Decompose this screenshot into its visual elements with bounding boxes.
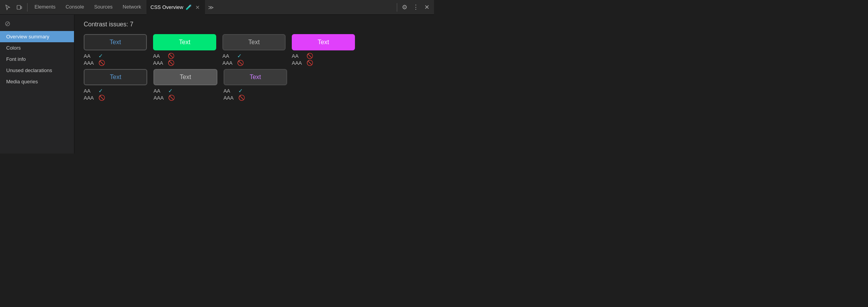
dots-btn[interactable]: ⋮: [410, 2, 421, 12]
tab-elements[interactable]: Elements: [30, 0, 60, 15]
tab-elements-label: Elements: [34, 4, 55, 10]
contrast-grid-row2: Text AA ✓ AAA 🚫 Text AA: [84, 69, 287, 101]
sidebar-item-colors[interactable]: Colors: [0, 42, 74, 53]
sidebar: ⊘ Overview summary Colors Font info Unus…: [0, 15, 74, 154]
contrast-item-7: Text AA ✓ AAA 🚫: [224, 69, 287, 101]
device-icon-btn[interactable]: [14, 3, 25, 12]
contrast-btn-2[interactable]: Text: [153, 34, 216, 50]
aaa-label-6: AAA: [153, 95, 165, 101]
status-row-aaa-5: AAA 🚫: [84, 95, 147, 101]
aaa-fail-icon-7: 🚫: [238, 95, 245, 101]
aaa-fail-icon-6: 🚫: [168, 95, 175, 101]
status-row-aaa-2: AAA 🚫: [153, 60, 216, 66]
toolbar-divider-2: [397, 3, 397, 12]
status-row-aaa-1: AAA 🚫: [84, 60, 147, 66]
status-row-aaa-6: AAA 🚫: [153, 95, 217, 101]
aaa-label-2: AAA: [153, 60, 165, 66]
aaa-label-5: AAA: [84, 95, 95, 101]
toolbar-divider-1: [27, 3, 28, 12]
tab-css-overview[interactable]: CSS Overview 🧪 ✕: [146, 0, 205, 15]
contrast-btn-3[interactable]: Text: [222, 34, 286, 50]
close-css-tab-btn[interactable]: ✕: [194, 4, 201, 11]
aa-pass-icon-6: ✓: [168, 88, 173, 94]
aa-label-5: AA: [84, 88, 95, 94]
contrast-btn-4[interactable]: Text: [292, 34, 355, 50]
main-layout: ⊘ Overview summary Colors Font info Unus…: [0, 15, 434, 154]
status-rows-4: AA 🚫 AAA 🚫: [292, 53, 355, 66]
sidebar-ban-row: ⊘: [0, 18, 74, 31]
aaa-label-1: AAA: [84, 60, 95, 66]
aaa-fail-icon-3: 🚫: [237, 60, 244, 66]
aa-fail-icon-4: 🚫: [307, 53, 313, 59]
sidebar-item-overview-summary[interactable]: Overview summary: [0, 31, 74, 42]
status-row-aa-6: AA ✓: [153, 88, 217, 94]
content-area: Contrast issues: 7 Text AA ✓ AAA 🚫: [74, 15, 434, 154]
status-row-aa-4: AA 🚫: [292, 53, 355, 59]
more-tabs-btn[interactable]: ≫: [206, 3, 216, 12]
tab-console[interactable]: Console: [61, 0, 89, 15]
contrast-item-1: Text AA ✓ AAA 🚫: [84, 34, 147, 66]
tab-sources-label: Sources: [94, 4, 113, 10]
beaker-icon: 🧪: [186, 4, 192, 10]
status-rows-7: AA ✓ AAA 🚫: [224, 88, 287, 101]
aaa-fail-icon-2: 🚫: [168, 60, 174, 66]
cursor-icon-btn[interactable]: [2, 3, 13, 12]
contrast-btn-6[interactable]: Text: [153, 69, 217, 85]
toolbar: Elements Console Sources Network CSS Ove…: [0, 0, 434, 15]
aa-label-3: AA: [222, 53, 234, 59]
status-rows-2: AA 🚫 AAA 🚫: [153, 53, 216, 66]
aa-label-4: AA: [292, 53, 303, 59]
svg-rect-0: [17, 5, 21, 9]
aa-pass-icon-3: ✓: [237, 53, 242, 59]
status-row-aaa-3: AAA 🚫: [222, 60, 286, 66]
status-row-aaa-7: AAA 🚫: [224, 95, 287, 101]
aa-pass-icon-5: ✓: [98, 88, 103, 94]
aa-label-2: AA: [153, 53, 165, 59]
aaa-label-3: AAA: [222, 60, 234, 66]
aaa-label-7: AAA: [224, 95, 235, 101]
gear-btn[interactable]: ⚙: [400, 2, 410, 12]
svg-rect-1: [21, 7, 22, 9]
contrast-item-3: Text AA ✓ AAA 🚫: [222, 34, 286, 66]
status-rows-6: AA ✓ AAA 🚫: [153, 88, 217, 101]
tab-network-label: Network: [123, 4, 141, 10]
status-row-aaa-4: AAA 🚫: [292, 60, 355, 66]
sidebar-item-font-info[interactable]: Font info: [0, 53, 74, 65]
contrast-btn-7[interactable]: Text: [224, 69, 287, 85]
sidebar-item-unused-declarations[interactable]: Unused declarations: [0, 65, 74, 76]
tab-console-label: Console: [65, 4, 84, 10]
contrast-item-4: Text AA 🚫 AAA 🚫: [292, 34, 355, 66]
aaa-fail-icon-4: 🚫: [307, 60, 313, 66]
contrast-item-2: Text AA 🚫 AAA 🚫: [153, 34, 216, 66]
status-row-aa-5: AA ✓: [84, 88, 147, 94]
status-row-aa-1: AA ✓: [84, 53, 147, 59]
contrast-item-5: Text AA ✓ AAA 🚫: [84, 69, 147, 101]
toolbar-right: ⚙ ⋮ ✕: [400, 2, 432, 12]
contrast-btn-5[interactable]: Text: [84, 69, 147, 85]
contrast-issues-title: Contrast issues: 7: [84, 21, 425, 28]
contrast-item-6: Text AA ✓ AAA 🚫: [153, 69, 217, 101]
aaa-label-4: AAA: [292, 60, 303, 66]
contrast-grid-row1: Text AA ✓ AAA 🚫 Text AA: [84, 34, 355, 66]
css-overview-label: CSS Overview: [150, 4, 183, 10]
tab-sources[interactable]: Sources: [90, 0, 117, 15]
ban-icon: ⊘: [5, 20, 10, 28]
status-row-aa-3: AA ✓: [222, 53, 286, 59]
tab-network[interactable]: Network: [118, 0, 146, 15]
aaa-fail-icon-5: 🚫: [98, 95, 105, 101]
aa-label-6: AA: [153, 88, 165, 94]
close-devtools-btn[interactable]: ✕: [422, 2, 432, 12]
status-row-aa-2: AA 🚫: [153, 53, 216, 59]
aa-label-7: AA: [224, 88, 235, 94]
sidebar-item-media-queries[interactable]: Media queries: [0, 76, 74, 87]
status-rows-3: AA ✓ AAA 🚫: [222, 53, 286, 66]
contrast-btn-1[interactable]: Text: [84, 34, 147, 50]
aa-fail-icon-2: 🚫: [168, 53, 174, 59]
aaa-fail-icon-1: 🚫: [98, 60, 105, 66]
status-row-aa-7: AA ✓: [224, 88, 287, 94]
aa-pass-icon-7: ✓: [238, 88, 243, 94]
aa-pass-icon-1: ✓: [98, 53, 103, 59]
status-rows-5: AA ✓ AAA 🚫: [84, 88, 147, 101]
aa-label-1: AA: [84, 53, 95, 59]
status-rows-1: AA ✓ AAA 🚫: [84, 53, 147, 66]
